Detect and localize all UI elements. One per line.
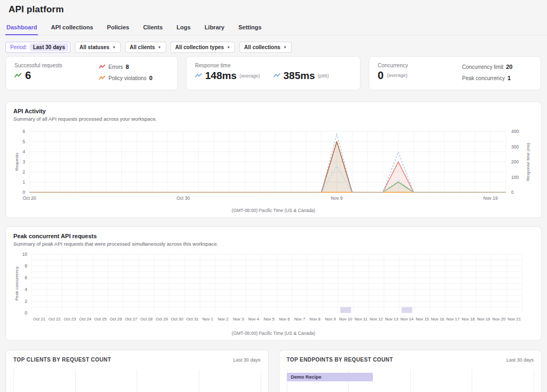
- svg-text:Oct 24: Oct 24: [79, 317, 92, 322]
- endpoint-bar-demo-recipe[interactable]: Demo Recipe: [287, 373, 373, 381]
- tab-logs[interactable]: Logs: [176, 21, 192, 35]
- tab-dashboard[interactable]: Dashboard: [5, 21, 38, 35]
- policy-violations-wave-icon: [99, 75, 106, 81]
- policy-violations-label: Policy violations: [108, 75, 146, 81]
- tab-library[interactable]: Library: [204, 21, 225, 35]
- api-activity-title: API Activity: [13, 108, 534, 114]
- filter-dropdown-all-statuses[interactable]: All statuses▼: [75, 42, 121, 53]
- top-clients-chart: [13, 370, 261, 392]
- peak-concurrency-subtitle: Summary of peak API requests that were p…: [13, 241, 534, 247]
- svg-text:6: 6: [22, 129, 25, 134]
- svg-text:Nov 10: Nov 10: [339, 317, 353, 322]
- top-endpoints-chart: Demo Recipe: [287, 370, 534, 392]
- top-clients-range: Last 30 days: [233, 357, 260, 363]
- bottom-panels-row: TOP CLIENTS BY REQUEST COUNT Last 30 day…: [5, 350, 542, 392]
- svg-text:Peak concurrency: Peak concurrency: [14, 266, 19, 301]
- svg-text:Nov 18: Nov 18: [462, 317, 475, 322]
- svg-text:Nov 14: Nov 14: [400, 317, 413, 322]
- concurrency-limit-label: Concurrency limit: [462, 64, 503, 70]
- svg-text:6: 6: [25, 275, 27, 280]
- p95-response-suffix: (p95): [318, 73, 329, 79]
- svg-text:Nov 16: Nov 16: [431, 317, 444, 322]
- svg-text:Oct 27: Oct 27: [125, 317, 137, 322]
- gridline: [534, 370, 534, 392]
- svg-text:0: 0: [25, 310, 27, 316]
- svg-text:Oct 22: Oct 22: [49, 317, 61, 322]
- concurrency-suffix: (average): [387, 73, 408, 78]
- svg-text:Oct 29: Oct 29: [155, 317, 168, 322]
- period-value: Last 30 days: [30, 43, 68, 51]
- svg-text:Nov 19: Nov 19: [477, 317, 490, 322]
- svg-text:5: 5: [22, 139, 25, 144]
- gridline: [410, 370, 411, 392]
- avg-response-wave-icon: [195, 73, 202, 79]
- filter-dropdown-all-collection-types[interactable]: All collection types▼: [170, 42, 235, 53]
- period-filter-chip[interactable]: Period: Last 30 days: [5, 42, 71, 53]
- chevron-down-icon: ▼: [283, 45, 287, 49]
- p95-response-wave-icon: [274, 73, 281, 79]
- avg-response-value: 148ms: [205, 70, 237, 81]
- peak-concurrency-panel: Peak concurrent API requests Summary of …: [5, 226, 542, 341]
- api-activity-subtitle: Summary of all API requests processed ac…: [13, 116, 534, 122]
- errors-label: Errors: [108, 64, 123, 70]
- svg-text:Nov 9: Nov 9: [325, 317, 335, 322]
- svg-text:Oct 30: Oct 30: [171, 317, 184, 322]
- successful-requests-label: Successful requests: [14, 62, 99, 68]
- svg-text:Nov 2: Nov 2: [217, 317, 228, 322]
- svg-text:Oct 30: Oct 30: [176, 195, 190, 201]
- svg-text:Oct 25: Oct 25: [95, 317, 107, 322]
- svg-text:Nov 5: Nov 5: [263, 317, 275, 322]
- svg-text:1: 1: [22, 179, 25, 185]
- tab-settings[interactable]: Settings: [237, 21, 262, 35]
- api-activity-timezone-note: (GMT-08:00) Pacific Time (US & Canada): [13, 207, 534, 215]
- tab-policies[interactable]: Policies: [106, 21, 130, 35]
- svg-text:Nov 11: Nov 11: [355, 317, 368, 322]
- svg-text:200: 200: [511, 159, 519, 164]
- svg-text:Requests: Requests: [14, 153, 19, 171]
- svg-text:2: 2: [25, 299, 27, 304]
- period-label: Period:: [10, 44, 27, 50]
- svg-text:Nov 21: Nov 21: [507, 317, 521, 322]
- page-title: API platform: [9, 4, 538, 15]
- svg-text:Nov 20: Nov 20: [493, 317, 506, 322]
- svg-text:0: 0: [22, 190, 25, 195]
- top-endpoints-title: TOP ENDPOINTS BY REQUEST COUNT: [287, 357, 393, 363]
- errors-value: 8: [126, 64, 129, 70]
- svg-text:Oct 20: Oct 20: [22, 195, 36, 201]
- top-endpoints-panel: TOP ENDPOINTS BY REQUEST COUNT Last 30 d…: [279, 350, 542, 392]
- svg-text:Oct 23: Oct 23: [64, 317, 76, 322]
- svg-text:4: 4: [25, 287, 27, 292]
- svg-text:Nov 4: Nov 4: [248, 317, 260, 322]
- top-clients-title: TOP CLIENTS BY REQUEST COUNT: [13, 357, 111, 363]
- tab-clients[interactable]: Clients: [142, 21, 164, 35]
- filter-dropdown-label: All collection types: [175, 44, 224, 50]
- policy-violations-value: 0: [149, 75, 152, 81]
- tab-bar: DashboardAPI collectionsPoliciesClientsL…: [0, 21, 547, 35]
- svg-text:Nov 3: Nov 3: [233, 317, 244, 322]
- concurrency-limit-value: 20: [506, 64, 512, 70]
- svg-text:Oct 21: Oct 21: [33, 317, 45, 322]
- filter-dropdown-all-collections[interactable]: All collections▼: [239, 42, 292, 53]
- tab-api-collections[interactable]: API collections: [50, 21, 94, 35]
- concurrency-stat-card: Concurrency 0 (average) Concurrency limi…: [369, 56, 541, 90]
- svg-text:Nov 9: Nov 9: [331, 195, 342, 201]
- svg-text:Oct 28: Oct 28: [140, 317, 153, 322]
- filter-dropdown-label: All statuses: [80, 44, 110, 50]
- svg-text:Nov 8: Nov 8: [310, 317, 321, 322]
- filter-dropdown-label: All clients: [130, 44, 155, 50]
- svg-text:Nov 12: Nov 12: [370, 317, 383, 322]
- svg-text:Nov 1: Nov 1: [202, 317, 213, 322]
- gridline: [199, 370, 199, 392]
- peak-concurrency-timezone-note: (GMT-08:00) Pacific Time (US & Canada): [13, 330, 534, 338]
- successful-requests-value: 6: [25, 70, 31, 81]
- gridline: [472, 370, 472, 392]
- stat-cards-row: Successful requests 6 Errors 8 Policy vi…: [0, 53, 547, 90]
- peak-concurrency-title: Peak concurrent API requests: [13, 233, 534, 239]
- svg-text:Nov 15: Nov 15: [416, 317, 429, 322]
- peak-concurrency-label: Peak concurrency: [462, 75, 505, 81]
- svg-text:Nov 13: Nov 13: [385, 317, 398, 322]
- svg-text:3: 3: [22, 159, 25, 164]
- svg-text:Oct 26: Oct 26: [110, 317, 122, 322]
- gridline: [75, 370, 76, 392]
- filter-dropdown-all-clients[interactable]: All clients▼: [125, 42, 166, 53]
